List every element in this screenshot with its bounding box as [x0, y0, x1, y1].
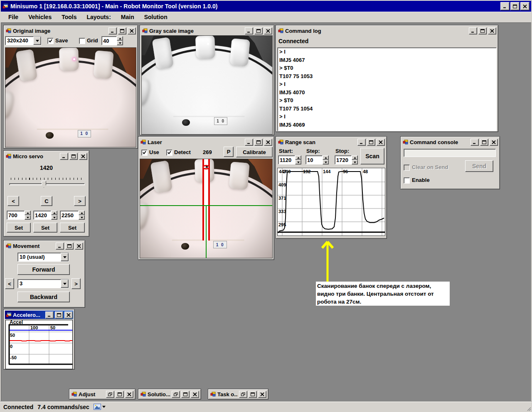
command-input[interactable]: [404, 149, 496, 157]
accelerometer-titlebar[interactable]: Accelero...: [5, 311, 73, 319]
servo-slider[interactable]: [9, 183, 85, 185]
minimize-icon[interactable]: [245, 27, 253, 34]
minimize-icon[interactable]: [45, 311, 54, 319]
close-icon[interactable]: [264, 139, 272, 146]
maximize-icon[interactable]: [478, 27, 487, 34]
resize-grip[interactable]: [525, 405, 531, 411]
servo-left-button[interactable]: <: [7, 196, 19, 206]
servo-mid-stepper[interactable]: 1420: [33, 211, 57, 220]
calibrate-button[interactable]: Calibrate: [236, 147, 273, 157]
scan-button[interactable]: Scan: [360, 148, 384, 164]
servo-set-max-button[interactable]: Set: [60, 223, 85, 233]
close-icon[interactable]: [520, 2, 530, 10]
maximize-icon[interactable]: [367, 139, 375, 146]
minimize-icon[interactable]: [56, 243, 64, 250]
maximize-icon[interactable]: [65, 243, 74, 250]
menu-tools[interactable]: Tools: [57, 12, 81, 22]
menu-file[interactable]: File: [3, 12, 23, 22]
task-titlebar[interactable]: Task o...: [209, 390, 267, 398]
maximize-icon[interactable]: [480, 139, 488, 146]
close-icon[interactable]: [75, 243, 83, 250]
turn-left-button[interactable]: <: [5, 278, 14, 289]
command-log-list[interactable]: > IIMJ5 4067> $T0T107 75 1053> IIMJ5 407…: [277, 47, 497, 131]
menu-vehicles[interactable]: Vehicles: [23, 12, 57, 22]
close-icon[interactable]: [125, 391, 133, 398]
adjust-titlebar[interactable]: Adjust: [71, 390, 134, 398]
spin-up-icon[interactable]: [51, 211, 57, 215]
close-icon[interactable]: [64, 311, 73, 319]
restore-icon[interactable]: [106, 391, 114, 398]
spin-up-icon[interactable]: [79, 211, 85, 215]
status-image-dropdown[interactable]: [94, 404, 106, 410]
chevron-down-icon[interactable]: [61, 280, 69, 288]
solution-titlebar[interactable]: Solutio...: [140, 390, 200, 398]
close-icon[interactable]: [488, 27, 496, 34]
turn-right-button[interactable]: >: [71, 278, 81, 289]
close-icon[interactable]: [258, 391, 266, 398]
maximize-icon[interactable]: [116, 391, 124, 398]
spin-up-icon[interactable]: [117, 36, 123, 41]
enable-checkbox[interactable]: [404, 177, 410, 184]
gray-image-titlebar[interactable]: Gray scale image: [141, 27, 273, 35]
spin-up-icon[interactable]: [295, 155, 301, 160]
menu-layouts[interactable]: Layouts:: [81, 12, 116, 22]
steps-dropdown[interactable]: 3: [17, 279, 69, 288]
chevron-down-icon[interactable]: [33, 37, 41, 45]
step-stepper[interactable]: 10: [305, 155, 329, 164]
minimize-icon[interactable]: [108, 27, 117, 34]
maximize-icon[interactable]: [254, 139, 263, 146]
spin-up-icon[interactable]: [25, 211, 31, 215]
grid-checkbox[interactable]: [79, 38, 85, 44]
maximize-icon[interactable]: [254, 27, 263, 34]
minimize-icon[interactable]: [60, 153, 68, 160]
spin-down-icon[interactable]: [117, 41, 123, 45]
original-image-titlebar[interactable]: Original image: [5, 27, 136, 35]
close-icon[interactable]: [191, 391, 199, 398]
maximize-icon[interactable]: [69, 153, 78, 160]
close-icon[interactable]: [490, 139, 498, 146]
minimize-icon[interactable]: [245, 139, 253, 146]
chevron-down-icon[interactable]: [61, 253, 69, 261]
use-checkbox[interactable]: [141, 150, 148, 156]
clear-on-send-checkbox[interactable]: [404, 164, 410, 171]
slider-thumb[interactable]: [42, 181, 46, 188]
command-log-titlebar[interactable]: Command log: [277, 27, 497, 35]
maximize-icon[interactable]: [181, 391, 190, 398]
grid-size-stepper[interactable]: 40: [101, 36, 123, 45]
close-icon[interactable]: [79, 153, 87, 160]
spin-up-icon[interactable]: [323, 155, 329, 160]
spin-up-icon[interactable]: [352, 155, 358, 160]
menu-main[interactable]: Main: [116, 12, 139, 22]
maximize-icon[interactable]: [118, 27, 126, 34]
restore-icon[interactable]: [172, 391, 180, 398]
servo-set-mid-button[interactable]: Set: [33, 223, 57, 233]
spin-down-icon[interactable]: [25, 215, 31, 220]
forward-button[interactable]: Forward: [17, 264, 70, 275]
main-title-bar[interactable]: Minisumo 1 [192.168.0.33:10001] - Main -…: [1, 1, 531, 12]
backward-button[interactable]: Backward: [17, 292, 70, 302]
save-checkbox[interactable]: [47, 38, 54, 44]
minimize-icon[interactable]: [470, 139, 479, 146]
restore-icon[interactable]: [239, 391, 247, 398]
servo-right-button[interactable]: >: [74, 196, 86, 206]
spin-down-icon[interactable]: [295, 160, 301, 164]
resolution-dropdown[interactable]: 320x240: [5, 36, 42, 45]
speed-dropdown[interactable]: 10 (usual): [17, 253, 69, 262]
send-button[interactable]: Send: [465, 160, 493, 172]
laser-titlebar[interactable]: Laser: [140, 138, 273, 146]
movement-titlebar[interactable]: Movement: [5, 242, 84, 250]
spin-down-icon[interactable]: [51, 215, 57, 220]
maximize-icon[interactable]: [55, 311, 63, 319]
minimize-icon[interactable]: [500, 2, 510, 10]
close-icon[interactable]: [377, 139, 385, 146]
spin-down-icon[interactable]: [323, 160, 329, 164]
spin-down-icon[interactable]: [79, 215, 85, 220]
minimize-icon[interactable]: [469, 27, 477, 34]
spin-down-icon[interactable]: [352, 160, 358, 164]
servo-set-min-button[interactable]: Set: [7, 223, 31, 233]
servo-min-stepper[interactable]: 700: [7, 211, 31, 220]
micro-servo-titlebar[interactable]: Micro servo: [5, 152, 88, 160]
minimize-icon[interactable]: [357, 139, 366, 146]
start-stepper[interactable]: 1120: [278, 155, 301, 164]
close-icon[interactable]: [264, 27, 272, 34]
